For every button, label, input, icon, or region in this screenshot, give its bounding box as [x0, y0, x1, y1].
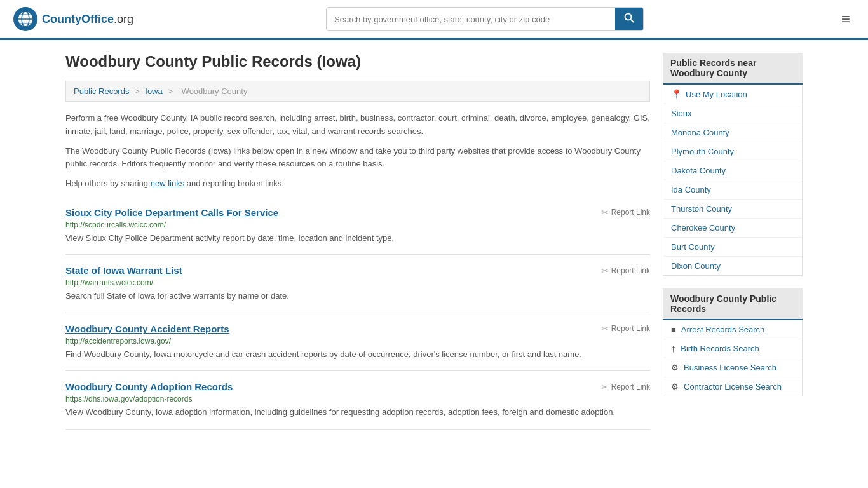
record-desc-1: Search full State of Iowa for active war… — [65, 290, 650, 302]
record-item: Woodbury County Adoption Records ✂ Repor… — [65, 371, 650, 430]
use-my-location[interactable]: 📍 Use My Location — [663, 85, 802, 104]
nearby-link-1[interactable]: Monona County — [671, 128, 729, 137]
sidebar-record-icon-2: ⚙ — [671, 363, 679, 372]
sidebar-record-item: ■ Arrest Records Search — [663, 320, 802, 339]
nearby-link-3[interactable]: Dakota County — [671, 166, 726, 175]
nearby-item: Plymouth County — [663, 142, 802, 161]
sidebar-record-item: ⚙ Contractor License Search — [663, 377, 802, 396]
record-title-1[interactable]: State of Iowa Warrant List — [65, 265, 182, 276]
sidebar-records-list: ■ Arrest Records Search † Birth Records … — [663, 320, 803, 396]
use-my-location-link[interactable]: Use My Location — [686, 90, 747, 99]
new-links-link[interactable]: new links — [151, 179, 184, 188]
record-url-3[interactable]: https://dhs.iowa.gov/adoption-records — [65, 395, 650, 403]
content-area: Woodbury County Public Records (Iowa) Pu… — [65, 53, 650, 430]
record-url-2[interactable]: http://accidentreports.iowa.gov/ — [65, 337, 650, 346]
record-item: State of Iowa Warrant List ✂ Report Link… — [65, 255, 650, 313]
sidebar-record-icon-0: ■ — [671, 325, 676, 334]
search-icon — [624, 13, 634, 23]
public-records-list: ■ Arrest Records Search † Birth Records … — [663, 320, 802, 396]
logo-text: CountyOffice.org — [42, 13, 133, 26]
breadcrumb-iowa[interactable]: Iowa — [145, 86, 162, 96]
nearby-list: SiouxMonona CountyPlymouth CountyDakota … — [663, 104, 802, 275]
intro-text-suffix: and reporting broken links. — [184, 179, 284, 188]
record-desc-3: View Woodbury County, Iowa adoption info… — [65, 406, 650, 419]
nearby-link-4[interactable]: Ida County — [671, 185, 711, 194]
sidebar: Public Records near Woodbury County 📍 Us… — [663, 53, 803, 430]
report-link-3[interactable]: ✂ Report Link — [601, 382, 650, 392]
report-link-icon-0: ✂ — [601, 207, 609, 217]
sidebar-nearby-section: Public Records near Woodbury County 📍 Us… — [663, 53, 803, 276]
sidebar-record-item: ⚙ Business License Search — [663, 358, 802, 377]
search-button[interactable] — [615, 8, 643, 30]
report-link-2[interactable]: ✂ Report Link — [601, 323, 650, 334]
menu-icon[interactable]: ≡ — [836, 8, 855, 30]
sidebar-record-link-3[interactable]: Contractor License Search — [684, 382, 782, 391]
record-url-0[interactable]: http://scpdcurcalls.wcicc.com/ — [65, 220, 650, 229]
svg-line-7 — [631, 20, 634, 23]
record-item-header: Woodbury County Accident Reports ✂ Repor… — [65, 323, 650, 334]
sidebar-records-title: Woodbury County Public Records — [663, 288, 803, 320]
report-link-0[interactable]: ✂ Report Link — [601, 207, 650, 217]
nearby-link-7[interactable]: Burt County — [671, 242, 715, 252]
report-link-icon-1: ✂ — [601, 266, 609, 276]
record-title-2[interactable]: Woodbury County Accident Reports — [65, 323, 229, 334]
sidebar-record-link-0[interactable]: Arrest Records Search — [681, 325, 765, 334]
intro-text-prefix: Help others by sharing — [65, 179, 151, 188]
nearby-item: Dixon County — [663, 257, 802, 275]
nearby-link-8[interactable]: Dixon County — [671, 261, 721, 271]
location-pin-icon: 📍 — [671, 89, 682, 99]
breadcrumb-sep-1: > — [135, 86, 142, 96]
sidebar-record-link-2[interactable]: Business License Search — [684, 363, 776, 372]
header: CountyOffice.org ≡ — [0, 0, 868, 40]
sidebar-record-icon-3: ⚙ — [671, 382, 679, 391]
record-item-header: Woodbury County Adoption Records ✂ Repor… — [65, 381, 650, 392]
record-item-header: Sioux City Police Department Calls For S… — [65, 207, 650, 218]
nearby-item: Ida County — [663, 180, 802, 200]
sidebar-nearby-list: 📍 Use My Location SiouxMonona CountyPlym… — [663, 85, 803, 276]
nearby-item: Cherokee County — [663, 219, 802, 238]
record-item: Sioux City Police Department Calls For S… — [65, 197, 650, 255]
search-input[interactable] — [327, 10, 615, 29]
record-desc-2: Find Woodbury County, Iowa motorcycle an… — [65, 348, 650, 361]
breadcrumb: Public Records > Iowa > Woodbury County — [65, 81, 650, 102]
sidebar-nearby-title: Public Records near Woodbury County — [663, 53, 803, 85]
intro-paragraph-2: The Woodbury County Public Records (Iowa… — [65, 145, 650, 172]
nearby-item: Burt County — [663, 238, 802, 257]
sidebar-record-item: † Birth Records Search — [663, 339, 802, 358]
search-bar — [326, 7, 644, 31]
intro-paragraph-1: Perform a free Woodbury County, IA publi… — [65, 112, 650, 139]
report-link-icon-2: ✂ — [601, 323, 609, 334]
nearby-link-5[interactable]: Thurston County — [671, 204, 732, 214]
nearby-link-0[interactable]: Sioux — [671, 109, 692, 118]
sidebar-record-link-1[interactable]: Birth Records Search — [681, 344, 759, 353]
report-link-icon-3: ✂ — [601, 382, 609, 392]
records-container: Sioux City Police Department Calls For S… — [65, 197, 650, 430]
main-container: Woodbury County Public Records (Iowa) Pu… — [53, 40, 815, 442]
breadcrumb-sep-2: > — [168, 86, 175, 96]
page-title: Woodbury County Public Records (Iowa) — [65, 53, 650, 71]
record-title-0[interactable]: Sioux City Police Department Calls For S… — [65, 207, 278, 218]
breadcrumb-public-records[interactable]: Public Records — [74, 86, 129, 96]
nearby-item: Thurston County — [663, 200, 802, 219]
logo-area: CountyOffice.org — [13, 6, 133, 32]
record-title-3[interactable]: Woodbury County Adoption Records — [65, 381, 233, 392]
intro-paragraph-3: Help others by sharing new links and rep… — [65, 177, 650, 191]
breadcrumb-woodbury: Woodbury County — [182, 86, 248, 96]
nearby-item: Monona County — [663, 123, 802, 142]
nearby-link-2[interactable]: Plymouth County — [671, 147, 734, 156]
sidebar-records-section: Woodbury County Public Records ■ Arrest … — [663, 288, 803, 396]
report-link-1[interactable]: ✂ Report Link — [601, 266, 650, 276]
record-url-1[interactable]: http://warrants.wcicc.com/ — [65, 278, 650, 287]
nearby-item: Sioux — [663, 104, 802, 123]
record-item: Woodbury County Accident Reports ✂ Repor… — [65, 313, 650, 372]
nearby-link-6[interactable]: Cherokee County — [671, 223, 735, 233]
record-item-header: State of Iowa Warrant List ✂ Report Link — [65, 265, 650, 276]
sidebar-record-icon-1: † — [671, 344, 675, 353]
nearby-item: Dakota County — [663, 161, 802, 180]
record-desc-0: View Sioux City Police Department activi… — [65, 232, 650, 245]
logo-icon — [13, 6, 38, 32]
svg-point-6 — [625, 14, 632, 20]
